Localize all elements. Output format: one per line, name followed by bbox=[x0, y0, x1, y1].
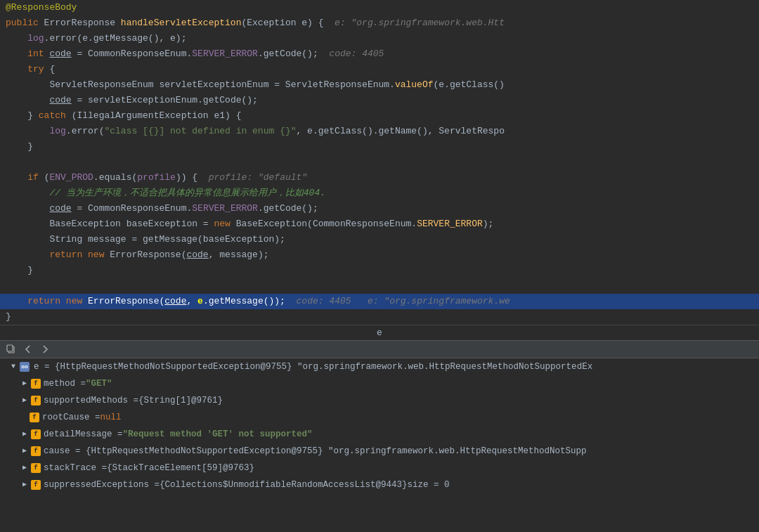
expand-supported-arrow[interactable]: ▶ bbox=[20, 396, 30, 406]
hint-return: code: 4405 e: "org.springframework.we bbox=[285, 294, 510, 309]
hint-code: code: 4405 bbox=[318, 47, 384, 61]
expand-method-arrow[interactable]: ▶ bbox=[20, 379, 30, 389]
code-line-empty2 bbox=[0, 278, 759, 294]
code-line-12: if (ENV_PROD.equals(profile)) { profile:… bbox=[0, 170, 759, 186]
debug-field-detailmessage[interactable]: ▶ f detailMessage = "Request method 'GET… bbox=[0, 426, 759, 443]
hint-e: e: "org.springframework.web.Htt bbox=[324, 16, 505, 30]
field-icon-method: f bbox=[31, 379, 41, 389]
e-value-label: e bbox=[0, 326, 759, 339]
expand-cause-arrow[interactable]: ▶ bbox=[20, 446, 30, 456]
code-line-close: } bbox=[0, 309, 759, 325]
code-line-10: } bbox=[0, 139, 759, 155]
highlighted-return-line: return new ErrorResponse(code, e.getMess… bbox=[0, 294, 759, 309]
code-line-5: try { bbox=[0, 62, 759, 77]
expand-suppressed-arrow[interactable]: ▶ bbox=[20, 480, 30, 490]
code-editor: @ResponseBody public ErrorResponse handl… bbox=[0, 0, 759, 325]
field-icon-stack: f bbox=[31, 463, 41, 473]
copy-icon[interactable] bbox=[6, 344, 17, 355]
debug-field-stacktrace[interactable]: ▶ f stackTrace = {StackTraceElement[59]@… bbox=[0, 460, 759, 476]
keyword-public: public bbox=[6, 16, 44, 30]
method-handle: handleServletException bbox=[121, 16, 242, 30]
code-line-6: ServletResponseEnum servletExceptionEnum… bbox=[0, 77, 759, 93]
code-line-4: int code = CommonResponseEnum.SERVER_ERR… bbox=[0, 46, 759, 62]
debug-root-row[interactable]: ▼ oo e = {HttpRequestMethodNotSupportedE… bbox=[0, 358, 759, 375]
code-line-15: BaseException baseException = new BaseEx… bbox=[0, 216, 759, 232]
code-line-13: // 当为生产环境，不适合把具体的异常信息展示给用户，比如404. bbox=[0, 186, 759, 201]
hint-profile: profile: "default" bbox=[197, 171, 307, 185]
debug-field-suppressed[interactable]: ▶ f suppressedExceptions = {Collections$… bbox=[0, 476, 759, 493]
code-line-empty1 bbox=[0, 155, 759, 170]
code-line-18: } bbox=[0, 263, 759, 278]
debug-field-rootcause: f rootCause = null bbox=[0, 409, 759, 426]
debugger-toolbar bbox=[0, 341, 759, 358]
field-icon-rootcause: f bbox=[30, 413, 39, 422]
log-call: log bbox=[6, 32, 44, 46]
expand-e-arrow[interactable]: ▼ bbox=[8, 362, 18, 372]
code-line-9: log.error("class [{}] not defined in enu… bbox=[0, 124, 759, 139]
debug-field-supportedmethods[interactable]: ▶ f supportedMethods = {String[1]@9761} bbox=[0, 392, 759, 409]
code-line-1: @ResponseBody bbox=[0, 0, 759, 15]
field-icon-detail: f bbox=[31, 429, 41, 439]
ide-window: @ResponseBody public ErrorResponse handl… bbox=[0, 0, 759, 493]
code-line-2: public ErrorResponse handleServletExcept… bbox=[0, 15, 759, 31]
expand-detail-arrow[interactable]: ▶ bbox=[20, 429, 30, 439]
code-line-3: log.error(e.getMessage(), e); bbox=[0, 31, 759, 46]
back-icon[interactable] bbox=[22, 344, 34, 355]
class-icon: oo bbox=[20, 362, 30, 372]
expand-stack-arrow[interactable]: ▶ bbox=[20, 463, 30, 473]
code-line-17: return new ErrorResponse(code, message); bbox=[0, 247, 759, 263]
code-line-16: String message = getMessage(baseExceptio… bbox=[0, 232, 759, 247]
field-icon-cause: f bbox=[31, 446, 41, 456]
code-line-8: } catch (IllegalArgumentException e1) { bbox=[0, 108, 759, 124]
debug-field-method[interactable]: ▶ f method = "GET" bbox=[0, 375, 759, 392]
field-icon-suppressed: f bbox=[31, 480, 41, 490]
code-line-14: code = CommonResponseEnum.SERVER_ERROR.g… bbox=[0, 201, 759, 216]
code-line-7: code = servletExceptionEnum.getCode(); bbox=[0, 93, 759, 108]
debug-panel: ▼ oo e = {HttpRequestMethodNotSupportedE… bbox=[0, 358, 759, 493]
keyword-try: try bbox=[6, 63, 49, 77]
forward-icon[interactable] bbox=[39, 344, 51, 355]
svg-rect-1 bbox=[7, 345, 13, 351]
field-icon-supported: f bbox=[31, 396, 41, 406]
annotation-tag: @ResponseBody bbox=[6, 1, 77, 15]
code-var: code bbox=[49, 47, 71, 61]
keyword-int: int bbox=[6, 47, 49, 61]
debug-field-cause[interactable]: ▶ f cause = {HttpRequestMethodNotSupport… bbox=[0, 443, 759, 460]
